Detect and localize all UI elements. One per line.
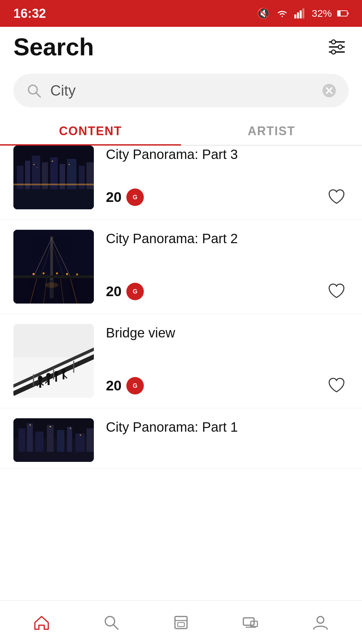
nav-devices[interactable]: [216, 613, 286, 632]
list-item[interactable]: City Panorama: Part 3 20 G: [0, 146, 362, 220]
item-price: 20 G: [106, 377, 144, 394]
item-price-row: 20 G: [106, 185, 349, 209]
svg-point-12: [331, 50, 336, 54]
item-title: City Panorama: Part 2: [106, 230, 349, 247]
svg-rect-30: [37, 167, 38, 168]
svg-rect-6: [347, 12, 349, 14]
svg-point-10: [331, 40, 336, 44]
favorite-button[interactable]: [324, 374, 349, 398]
svg-point-90: [29, 424, 31, 426]
svg-point-102: [317, 616, 324, 623]
item-details: City Panorama: Part 3 20 G: [94, 146, 349, 209]
svg-rect-32: [69, 164, 70, 165]
search-container: [0, 67, 362, 117]
svg-rect-0: [294, 14, 296, 18]
svg-point-67: [46, 373, 51, 378]
nav-search[interactable]: [76, 613, 146, 632]
svg-point-46: [33, 273, 35, 275]
tabs: CONTENT ARTIST: [0, 117, 362, 146]
svg-rect-89: [86, 428, 94, 452]
item-details: City Panorama: Part 1: [94, 418, 349, 462]
mute-icon: 🔇: [257, 7, 270, 20]
svg-text:G: G: [133, 288, 137, 295]
svg-point-63: [38, 376, 43, 381]
svg-point-91: [50, 426, 51, 427]
svg-rect-38: [13, 230, 94, 277]
list-item[interactable]: City Panorama: Part 1: [0, 408, 362, 469]
svg-rect-60: [13, 324, 94, 358]
svg-rect-64: [39, 381, 41, 388]
svg-rect-45: [13, 275, 94, 278]
svg-point-70: [54, 371, 58, 376]
item-details: City Panorama: Part 2 20 G: [94, 230, 349, 304]
item-details: Bridge view 20 G: [94, 324, 349, 398]
svg-rect-51: [50, 278, 54, 298]
wifi-icon: [276, 8, 289, 18]
clear-button[interactable]: [322, 83, 337, 98]
svg-rect-82: [18, 428, 25, 452]
favorite-button[interactable]: [324, 185, 349, 209]
svg-rect-88: [75, 433, 85, 452]
svg-point-52: [45, 282, 58, 288]
tab-artist[interactable]: ARTIST: [181, 117, 362, 145]
item-title: Bridge view: [106, 324, 349, 341]
favorite-button[interactable]: [324, 279, 349, 304]
svg-rect-73: [63, 373, 64, 379]
search-input[interactable]: [50, 82, 314, 99]
tab-content[interactable]: CONTENT: [0, 117, 181, 145]
svg-text:G: G: [133, 382, 137, 389]
svg-line-14: [36, 93, 40, 97]
svg-rect-85: [47, 425, 54, 452]
svg-rect-3: [302, 8, 304, 18]
search-bar: [13, 74, 349, 107]
bottom-nav: [0, 600, 362, 644]
svg-point-92: [70, 428, 71, 429]
svg-point-48: [56, 272, 58, 274]
item-title: City Panorama: Part 3: [106, 146, 349, 163]
nav-profile[interactable]: [286, 613, 355, 632]
coin-icon: G: [126, 283, 144, 300]
list-item[interactable]: Bridge view 20 G: [0, 314, 362, 408]
item-title: City Panorama: Part 1: [106, 418, 349, 436]
svg-rect-1: [297, 12, 299, 18]
svg-text:G: G: [133, 194, 137, 201]
svg-rect-29: [34, 164, 35, 165]
content-list: City Panorama: Part 3 20 G: [0, 146, 362, 598]
signal-icon: [294, 8, 306, 18]
svg-line-95: [113, 625, 118, 629]
svg-rect-87: [67, 427, 72, 452]
coin-icon: G: [126, 189, 144, 206]
nav-home[interactable]: [7, 613, 76, 632]
svg-rect-2: [300, 10, 302, 18]
svg-rect-31: [52, 161, 53, 162]
item-thumbnail: [13, 230, 94, 304]
item-thumbnail: [13, 146, 94, 209]
svg-rect-71: [55, 376, 57, 382]
svg-point-11: [338, 45, 342, 49]
svg-rect-34: [13, 184, 94, 186]
coin-icon: G: [126, 377, 144, 394]
svg-rect-86: [57, 430, 64, 452]
filter-button[interactable]: [325, 35, 349, 59]
svg-rect-68: [48, 378, 50, 385]
header: Search: [0, 27, 362, 67]
battery-icon: [337, 10, 349, 17]
item-price: 20 G: [106, 189, 144, 206]
svg-rect-40: [50, 236, 53, 280]
status-icons: 🔇 32%: [257, 7, 349, 20]
item-thumbnail: [13, 324, 94, 398]
nav-library[interactable]: [146, 613, 216, 632]
status-bar: 16:32 🔇 32%: [0, 0, 362, 27]
list-item[interactable]: City Panorama: Part 2 20 G: [0, 220, 362, 314]
svg-rect-19: [13, 186, 94, 209]
item-price: 20 G: [106, 283, 144, 300]
svg-point-93: [80, 434, 81, 436]
item-price-row: 20 G: [106, 374, 349, 398]
svg-rect-83: [27, 423, 33, 452]
svg-rect-84: [35, 432, 44, 452]
svg-rect-98: [178, 623, 184, 627]
item-price-row: 20 G: [106, 279, 349, 304]
item-thumbnail: [13, 418, 94, 462]
status-time: 16:32: [13, 6, 46, 21]
battery-level: 32%: [312, 8, 332, 19]
